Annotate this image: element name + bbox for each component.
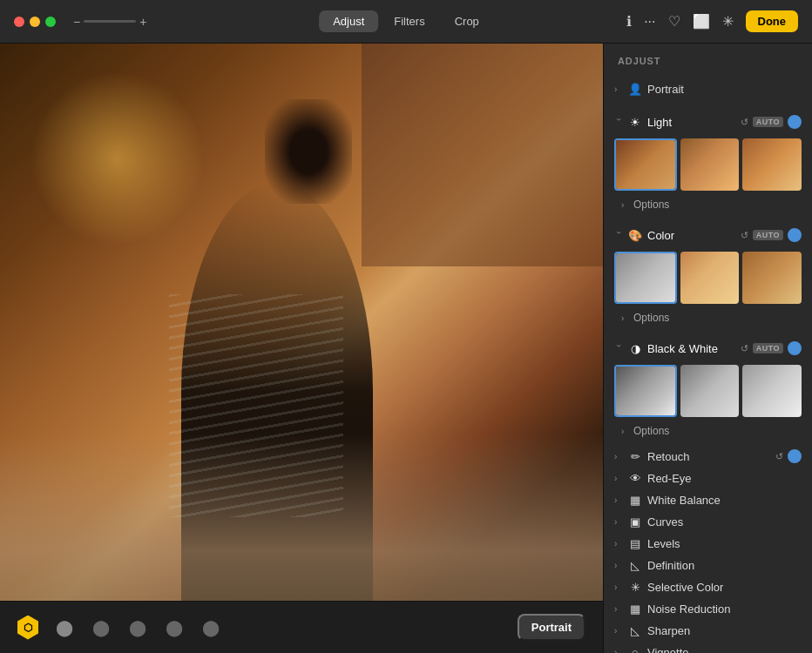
close-button[interactable] [14, 17, 24, 27]
curves-icon: ▣ [628, 515, 642, 528]
more-icon[interactable]: ··· [644, 14, 655, 30]
definition-label: Definition [647, 559, 802, 572]
noise-label: Noise Reduction [647, 603, 802, 616]
titlebar: − + Adjust Filters Crop ℹ ··· ♡ ⬜ ✳ Done [0, 0, 812, 44]
hex-shape: ⬡ [17, 616, 38, 640]
done-button[interactable]: Done [746, 10, 799, 32]
bw-auto-badge[interactable]: AUTO [753, 343, 783, 353]
light-row[interactable]: › ☀ Light ↺ AUTO [604, 111, 812, 133]
light-thumb-2[interactable] [680, 138, 740, 191]
bw-row[interactable]: › ◑ Black & White ↺ AUTO [604, 337, 812, 360]
sharpen-row[interactable]: › ◺ Sharpen [604, 620, 812, 642]
light-icon: ☀ [628, 116, 642, 129]
color-thumb-1[interactable] [614, 252, 677, 304]
panel-title: ADJUST [604, 44, 812, 73]
levels-chevron: › [614, 539, 623, 549]
bw-toggle[interactable] [788, 341, 802, 355]
color-options-row[interactable]: › Options [604, 309, 812, 326]
crop-icon[interactable]: ⬜ [693, 13, 710, 30]
retouch-row[interactable]: › ✏ Retouch ↺ [604, 445, 812, 468]
redeye-label: Red-Eye [647, 472, 802, 485]
sharpen-label: Sharpen [647, 624, 802, 637]
tab-adjust[interactable]: Adjust [319, 10, 378, 32]
info-icon[interactable]: ℹ [626, 13, 632, 30]
vignette-row[interactable]: › ○ Vignette [604, 642, 812, 653]
selective-color-row[interactable]: › ✳ Selective Color [604, 576, 812, 598]
bw-options-row[interactable]: › Options [604, 422, 812, 440]
light-section: › ☀ Light ↺ AUTO [604, 105, 812, 219]
bw-chevron: › [614, 344, 624, 353]
maximize-button[interactable] [45, 17, 56, 27]
light-options-label: Options [633, 199, 669, 211]
tab-crop[interactable]: Crop [441, 10, 493, 32]
redeye-chevron: › [614, 474, 623, 483]
tab-filters[interactable]: Filters [380, 10, 438, 32]
photo-image [0, 44, 603, 601]
wb-chevron: › [614, 495, 623, 505]
bw-thumb-1[interactable] [614, 365, 677, 417]
circle-tool-3[interactable]: ⬤ [127, 617, 148, 638]
light-auto-badge[interactable]: AUTO [753, 117, 783, 127]
color-thumb-3[interactable] [742, 252, 802, 304]
color-thumbs [604, 246, 812, 309]
light-reset-icon[interactable]: ↺ [741, 117, 748, 128]
photo-container [0, 44, 603, 601]
retouch-icon: ✏ [628, 450, 642, 463]
color-toggle[interactable] [788, 228, 802, 242]
color-options-chevron: › [621, 313, 630, 323]
curves-row[interactable]: › ▣ Curves [604, 511, 812, 533]
share-icon[interactable]: ✳ [722, 13, 734, 30]
levels-row[interactable]: › ▤ Levels [604, 533, 812, 555]
wb-label: White Balance [647, 494, 802, 507]
levels-icon: ▤ [628, 537, 642, 550]
wb-row[interactable]: › ▦ White Balance [604, 489, 812, 511]
bw-reset-icon[interactable]: ↺ [741, 343, 748, 354]
nav-tabs: Adjust Filters Crop [319, 10, 493, 32]
hex-icon[interactable]: ⬡ [17, 617, 38, 638]
circle-tool-2[interactable]: ⬤ [91, 617, 112, 638]
color-row[interactable]: › 🎨 Color ↺ AUTO [604, 224, 812, 246]
heart-icon[interactable]: ♡ [668, 13, 680, 30]
color-auto-badge[interactable]: AUTO [753, 230, 783, 240]
noise-chevron: › [614, 604, 623, 614]
curves-label: Curves [647, 515, 802, 528]
noise-row[interactable]: › ▦ Noise Reduction [604, 598, 812, 620]
circle-tool-4[interactable]: ⬤ [164, 617, 185, 638]
bw-thumbs [604, 360, 812, 422]
color-reset-icon[interactable]: ↺ [741, 230, 748, 241]
light-thumb-1[interactable] [614, 138, 677, 191]
retouch-reset-icon[interactable]: ↺ [775, 451, 783, 462]
titlebar-left: − + [14, 15, 146, 29]
wb-icon: ▦ [628, 494, 642, 507]
bw-thumb-2[interactable] [680, 365, 740, 417]
bottom-toolbar: ⬡ ⬤ ⬤ ⬤ ⬤ ⬤ Portrait [0, 601, 603, 653]
redeye-row[interactable]: › 👁 Red-Eye [604, 468, 812, 489]
bw-label: Black & White [647, 342, 735, 355]
bw-options-label: Options [633, 425, 669, 437]
sharpen-chevron: › [614, 626, 623, 636]
portrait-row[interactable]: › 👤 Portrait [604, 78, 812, 100]
bw-thumb-3[interactable] [742, 365, 802, 417]
vignette-label: Vignette [647, 646, 802, 653]
slider-track[interactable] [84, 20, 136, 23]
light-toggle[interactable] [788, 115, 802, 129]
portrait-label: Portrait [647, 83, 802, 96]
circle-tool-5[interactable]: ⬤ [200, 617, 221, 638]
minimize-button[interactable] [30, 17, 40, 27]
retouch-chevron: › [614, 452, 623, 461]
portrait-badge[interactable]: Portrait [518, 614, 585, 641]
levels-label: Levels [647, 537, 802, 550]
color-thumb-2[interactable] [680, 252, 740, 304]
curves-chevron: › [614, 517, 623, 527]
slider-control[interactable]: − + [73, 15, 146, 29]
color-controls: ↺ AUTO [741, 228, 802, 242]
circle-tool-1[interactable]: ⬤ [54, 617, 75, 638]
definition-row[interactable]: › ◺ Definition [604, 555, 812, 576]
sharpen-icon: ◺ [628, 624, 642, 637]
light-options-row[interactable]: › Options [604, 196, 812, 213]
right-panel: ADJUST › 👤 Portrait › ☀ Light ↺ AUTO [603, 44, 812, 653]
retouch-toggle[interactable] [788, 449, 802, 463]
light-thumb-3[interactable] [742, 138, 802, 191]
titlebar-right: ℹ ··· ♡ ⬜ ✳ Done [626, 10, 798, 32]
light-label: Light [647, 116, 735, 129]
